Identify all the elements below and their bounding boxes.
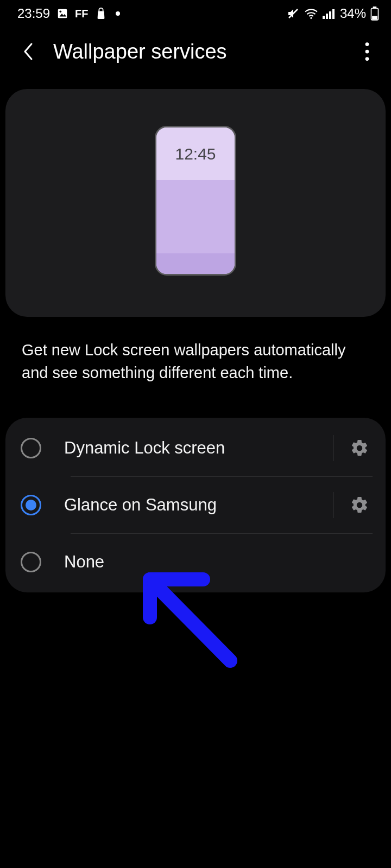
status-right: 34% — [287, 6, 379, 21]
gear-icon — [350, 495, 369, 515]
svg-rect-7 — [329, 11, 331, 19]
status-bar: 23:59 FF 34% — [0, 0, 391, 27]
preview-clock: 12:45 — [156, 127, 235, 180]
signal-icon — [323, 8, 336, 19]
settings-gear-button[interactable] — [346, 435, 373, 461]
mute-icon — [287, 7, 300, 20]
svg-point-2 — [60, 11, 62, 13]
battery-text: 34% — [340, 6, 366, 21]
divider — [333, 492, 333, 518]
option-label: Dynamic Lock screen — [64, 438, 329, 458]
page-title: Wallpaper services — [53, 40, 355, 63]
svg-point-13 — [365, 50, 369, 54]
bag-icon — [95, 7, 107, 20]
gear-icon — [350, 438, 369, 458]
svg-rect-5 — [323, 16, 325, 19]
radio-button[interactable] — [21, 495, 41, 515]
back-button[interactable] — [16, 40, 40, 63]
radio-button[interactable] — [21, 552, 41, 572]
svg-point-4 — [310, 17, 312, 19]
preview-bottom — [156, 253, 235, 274]
status-time: 23:59 — [17, 6, 50, 21]
svg-rect-11 — [372, 16, 377, 20]
option-label: Glance on Samsung — [64, 495, 329, 515]
divider — [333, 435, 333, 461]
wallpaper-options-list: Dynamic Lock screen Glance on Samsung No… — [5, 418, 386, 592]
more-vert-icon — [364, 42, 370, 61]
chevron-left-icon — [21, 41, 35, 62]
option-dynamic-lock-screen[interactable]: Dynamic Lock screen — [5, 420, 386, 476]
svg-point-14 — [365, 57, 369, 61]
option-label: None — [64, 552, 373, 572]
wallpaper-preview-card: 12:45 — [5, 89, 386, 317]
ff-text: FF — [75, 8, 88, 20]
svg-rect-6 — [326, 14, 328, 19]
option-glance-on-samsung[interactable]: Glance on Samsung — [5, 477, 386, 533]
option-none[interactable]: None — [5, 534, 386, 590]
radio-button[interactable] — [21, 438, 41, 458]
preview-middle — [156, 180, 235, 253]
status-left: 23:59 FF — [17, 6, 120, 21]
settings-gear-button[interactable] — [346, 492, 373, 518]
battery-icon — [370, 7, 379, 21]
wifi-icon — [304, 8, 318, 20]
description-text: Get new Lock screen wallpapers automatic… — [0, 327, 391, 401]
notification-dot-icon — [116, 11, 120, 16]
svg-rect-8 — [332, 9, 335, 19]
svg-rect-0 — [58, 9, 67, 18]
more-button[interactable] — [355, 35, 379, 68]
phone-preview: 12:45 — [155, 126, 236, 276]
svg-point-12 — [365, 42, 369, 46]
image-icon — [56, 8, 68, 20]
app-bar: Wallpaper services — [0, 27, 391, 76]
